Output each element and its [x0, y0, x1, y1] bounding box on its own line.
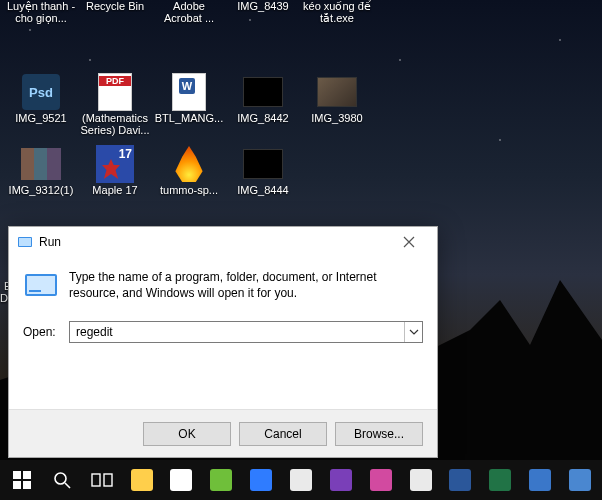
- desktop-icon[interactable]: IMG_8439: [226, 0, 300, 72]
- people-icon: [21, 146, 61, 182]
- close-button[interactable]: [387, 228, 431, 256]
- desktop-icon-label: tummo-sp...: [158, 184, 220, 196]
- desktop-icon[interactable]: Luyện thanh - cho giọn...: [4, 0, 78, 72]
- desktop-icon[interactable]: Adobe Acrobat ...: [152, 0, 226, 72]
- run-button-row: OK Cancel Browse...: [9, 409, 437, 457]
- run-titlebar[interactable]: Run: [9, 227, 437, 257]
- desktop-icon[interactable]: PsdIMG_9521: [4, 72, 78, 144]
- desktop-icon-label: IMG_8442: [235, 112, 290, 124]
- cancel-button[interactable]: Cancel: [239, 422, 327, 446]
- desktop-icon-label: BTL_MANG...: [153, 112, 225, 124]
- desktop-icon-label: IMG_3980: [309, 112, 364, 124]
- run-big-icon: [23, 267, 59, 303]
- app-white-2[interactable]: [401, 460, 441, 500]
- svg-rect-4: [29, 290, 41, 292]
- open-combobox[interactable]: [69, 321, 423, 343]
- maple-icon: 17: [95, 146, 135, 182]
- desktop-icon[interactable]: IMG_9312(1): [4, 144, 78, 216]
- run-icon: [17, 234, 33, 250]
- desktop-icon[interactable]: IMG_3980: [300, 72, 374, 144]
- file-explorer-icon[interactable]: [122, 460, 162, 500]
- app-blue-2[interactable]: [560, 460, 600, 500]
- fire-icon: [169, 146, 209, 182]
- search-icon[interactable]: [42, 460, 82, 500]
- store-icon[interactable]: [161, 460, 201, 500]
- desktop-icon[interactable]: IMG_8442: [226, 72, 300, 144]
- thumb-icon: [243, 146, 283, 182]
- desktop-icon-label: IMG_8439: [235, 0, 290, 12]
- desktop-icon-label: Maple 17: [90, 184, 139, 196]
- app-white-1[interactable]: [281, 460, 321, 500]
- svg-rect-7: [92, 474, 100, 486]
- run-message: Type the name of a program, folder, docu…: [69, 267, 423, 301]
- desktop-icon[interactable]: (Mathematics Series) Davi...: [78, 72, 152, 144]
- thumb photo-icon: [317, 74, 357, 110]
- chevron-down-icon[interactable]: [404, 322, 422, 342]
- open-input[interactable]: [70, 322, 404, 342]
- desktop-icon-label: Recycle Bin: [84, 0, 146, 12]
- thumb-icon: [243, 74, 283, 110]
- desktop-icon-label: IMG_9521: [13, 112, 68, 124]
- docx-icon: [169, 74, 209, 110]
- browse-button[interactable]: Browse...: [335, 422, 423, 446]
- coccoc-icon[interactable]: [201, 460, 241, 500]
- desktop-icon-label: (Mathematics Series) Davi...: [78, 112, 152, 136]
- visual-studio-icon[interactable]: [321, 460, 361, 500]
- desktop-icon-label: Luyện thanh - cho giọn...: [4, 0, 78, 24]
- open-label: Open:: [23, 325, 69, 339]
- svg-line-6: [65, 483, 70, 488]
- run-title: Run: [39, 235, 387, 249]
- ok-button[interactable]: OK: [143, 422, 231, 446]
- desktop-icon[interactable]: tummo-sp...: [152, 144, 226, 216]
- psd-icon: Psd: [21, 74, 61, 110]
- app-blue-1[interactable]: [520, 460, 560, 500]
- svg-rect-1: [19, 238, 31, 246]
- svg-rect-8: [104, 474, 112, 486]
- excel-icon[interactable]: [480, 460, 520, 500]
- start[interactable]: [2, 460, 42, 500]
- desktop-icon[interactable]: BTL_MANG...: [152, 72, 226, 144]
- desktop-icon-label: IMG_9312(1): [7, 184, 76, 196]
- task-view-icon[interactable]: [82, 460, 122, 500]
- taskbar[interactable]: [0, 460, 602, 500]
- picsart-icon[interactable]: [361, 460, 401, 500]
- zalo-icon[interactable]: [241, 460, 281, 500]
- desktop-icon[interactable]: IMG_8444: [226, 144, 300, 216]
- desktop-icon-label: Adobe Acrobat ...: [152, 0, 226, 24]
- desktop-icon[interactable]: 17Maple 17: [78, 144, 152, 216]
- run-dialog: Run Type the name of a program, folder, …: [8, 226, 438, 458]
- word-icon[interactable]: [440, 460, 480, 500]
- svg-point-5: [55, 473, 66, 484]
- desktop-icon-label: kéo xuống để tắt.exe: [300, 0, 374, 24]
- desktop-icon-label: IMG_8444: [235, 184, 290, 196]
- desktop-icon[interactable]: Recycle Bin: [78, 0, 152, 72]
- pdf-icon: [95, 74, 135, 110]
- desktop-icon[interactable]: kéo xuống để tắt.exe: [300, 0, 374, 72]
